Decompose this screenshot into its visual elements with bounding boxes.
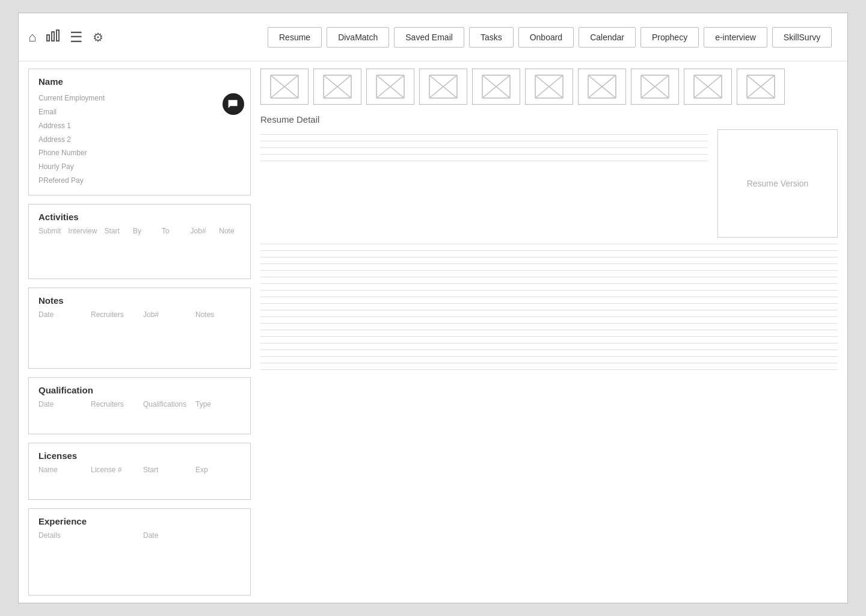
col-submit: Submit — [38, 227, 61, 235]
resume-line-6 — [260, 244, 838, 244]
resume-line-8 — [260, 257, 838, 257]
thumbnail-5[interactable] — [472, 69, 520, 105]
contact-title: Name — [38, 76, 241, 87]
thumbnail-2[interactable] — [313, 69, 361, 105]
contact-fields: Current Employment Email Address 1 Addre… — [38, 91, 241, 188]
notes-headers: Date Recruiters Job# Notes — [38, 310, 241, 319]
tab-onboard[interactable]: Onboard — [518, 27, 574, 48]
main-container: ⌂ ☰ ⚙ Resume DivaMatch Saved Email Tasks… — [18, 13, 848, 603]
nav-icons: ⌂ ☰ ⚙ — [28, 29, 263, 46]
qualification-headers: Date Recruiters Qualifications Type — [38, 400, 241, 408]
thumbnail-3[interactable] — [366, 69, 414, 105]
col-q-date: Date — [38, 400, 84, 408]
left-sidebar: Name Current Employment Email Address 1 … — [28, 69, 251, 596]
col-date: Date — [38, 310, 84, 319]
notes-title: Notes — [38, 295, 241, 306]
tab-tasks[interactable]: Tasks — [469, 27, 514, 48]
thumbnail-1[interactable] — [260, 69, 309, 105]
resume-main: Resume Detail Resume Version — [260, 114, 838, 596]
resume-line-7 — [260, 250, 838, 251]
chat-bubble-icon[interactable] — [223, 93, 244, 115]
bar-chart-icon[interactable] — [46, 29, 60, 45]
contact-card: Name Current Employment Email Address 1 … — [28, 69, 251, 196]
svg-rect-5 — [231, 101, 236, 102]
thumbnail-9[interactable] — [684, 69, 732, 105]
resume-line-3 — [260, 147, 708, 148]
qualification-title: Qualification — [38, 385, 241, 395]
tab-prophecy[interactable]: Prophecy — [640, 27, 699, 48]
resume-line-13 — [260, 290, 838, 291]
tab-skillsurvy[interactable]: SkillSurvy — [772, 27, 832, 48]
experience-headers: Details Date — [38, 531, 241, 540]
tab-divamatch[interactable]: DivaMatch — [327, 27, 389, 48]
col-qualifications: Qualifications — [143, 400, 188, 408]
thumbnail-6[interactable] — [525, 69, 573, 105]
col-l-start: Start — [143, 466, 188, 474]
qualification-card: Qualification Date Recruiters Qualificat… — [28, 377, 251, 434]
resume-line-20 — [260, 336, 838, 337]
experience-title: Experience — [38, 516, 241, 526]
activities-card: Activities Submit Interview Start By To … — [28, 204, 251, 279]
col-l-name: Name — [38, 466, 84, 474]
tab-einterview[interactable]: e-interview — [704, 27, 767, 48]
field-email: Email — [38, 105, 241, 119]
field-address1: Address 1 — [38, 119, 241, 133]
resume-line-25 — [260, 369, 838, 370]
col-by: By — [133, 227, 155, 235]
svg-rect-0 — [47, 35, 49, 41]
col-q-recruiters: Recruiters — [91, 400, 136, 408]
experience-card: Experience Details Date — [28, 508, 251, 596]
list-icon[interactable]: ☰ — [70, 29, 83, 46]
col-exp: Exp — [195, 466, 241, 474]
field-address2: Address 2 — [38, 133, 241, 147]
col-job: Job# — [191, 227, 212, 235]
thumbnail-10[interactable] — [737, 69, 785, 105]
licenses-card: Licenses Name License # Start Exp — [28, 443, 251, 500]
activities-title: Activities — [38, 212, 241, 222]
col-job-num: Job# — [143, 310, 188, 319]
thumbnail-4[interactable] — [419, 69, 467, 105]
svg-rect-2 — [57, 30, 59, 41]
col-type: Type — [195, 400, 241, 408]
resume-version-label: Resume Version — [747, 179, 809, 188]
home-icon[interactable]: ⌂ — [28, 29, 36, 45]
resume-line-2 — [260, 141, 708, 141]
svg-rect-3 — [231, 103, 236, 103]
field-phone: Phone Number — [38, 146, 241, 160]
col-license-num: License # — [91, 466, 136, 474]
resume-line-1 — [260, 134, 708, 135]
settings-icon[interactable]: ⚙ — [93, 30, 103, 45]
notes-card: Notes Date Recruiters Job# Notes — [28, 288, 251, 369]
resume-line-11 — [260, 277, 838, 277]
top-nav: ⌂ ☰ ⚙ Resume DivaMatch Saved Email Tasks… — [19, 13, 847, 61]
col-details: Details — [38, 531, 136, 540]
field-preferred-pay: PRefered Pay — [38, 174, 241, 188]
col-recruiters: Recruiters — [91, 310, 136, 319]
nav-tabs: Resume DivaMatch Saved Email Tasks Onboa… — [268, 27, 838, 48]
resume-line-4 — [260, 154, 708, 155]
col-exp-date: Date — [143, 531, 241, 540]
resume-line-14 — [260, 297, 838, 297]
field-current-employment: Current Employment — [38, 91, 241, 105]
thumbnails-row — [260, 69, 838, 105]
col-interview: Interview — [68, 227, 97, 235]
resume-line-10 — [260, 270, 838, 271]
thumbnail-8[interactable] — [631, 69, 679, 105]
resume-line-18 — [260, 323, 838, 324]
svg-rect-4 — [231, 104, 235, 105]
tab-resume[interactable]: Resume — [268, 27, 322, 48]
tab-saved-email[interactable]: Saved Email — [394, 27, 464, 48]
licenses-title: Licenses — [38, 451, 241, 461]
svg-rect-1 — [52, 32, 54, 41]
licenses-headers: Name License # Start Exp — [38, 466, 241, 474]
resume-line-5 — [260, 161, 708, 161]
col-start: Start — [104, 227, 126, 235]
tab-calendar[interactable]: Calendar — [579, 27, 636, 48]
thumbnail-7[interactable] — [578, 69, 626, 105]
resume-line-22 — [260, 350, 838, 350]
resume-version-box[interactable]: Resume Version — [717, 129, 838, 238]
col-to: To — [162, 227, 183, 235]
col-note: Note — [219, 227, 241, 235]
resume-line-16 — [260, 310, 838, 310]
resume-detail-title: Resume Detail — [260, 114, 838, 125]
